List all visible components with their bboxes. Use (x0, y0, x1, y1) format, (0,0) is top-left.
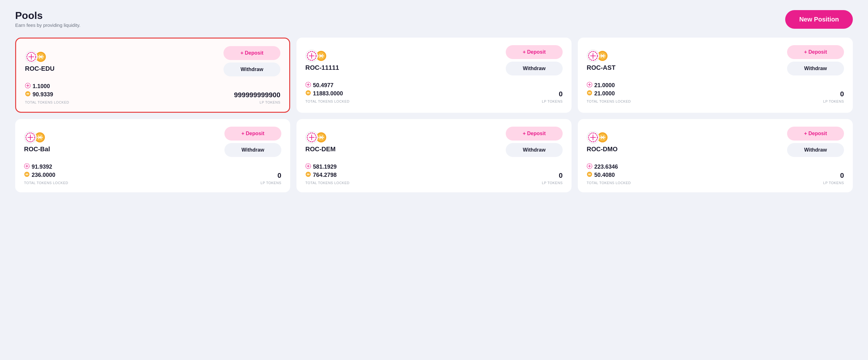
withdraw-button-roc-dem[interactable]: Withdraw (506, 143, 563, 157)
token2-value-roc-edu: 90.9339 (33, 91, 53, 98)
deposit-button-roc-dem[interactable]: + Deposit (506, 127, 563, 140)
lp-label-roc-ast: LP TOKENS (823, 99, 844, 103)
token2-value-roc-11111: 11883.0000 (313, 90, 343, 97)
lp-label-roc-bal: LP TOKENS (260, 181, 281, 185)
lp-value-roc-11111: 0 (542, 90, 563, 98)
stats-right-roc-dmo: 0 LP TOKENS (823, 171, 844, 185)
lp-label-roc-11111: LP TOKENS (542, 99, 563, 103)
card-top-roc-dmo: ROC-DMO + Deposit Withdraw (587, 127, 844, 157)
token1-value-roc-bal: 91.9392 (32, 164, 52, 170)
stats-left-roc-dem: 581.1929 764.2798 TOTAL TOKENS L (305, 163, 350, 185)
token2-value-roc-bal: 236.0000 (32, 172, 55, 178)
title-section: Pools Earn fees by providing liquidity. (15, 10, 81, 28)
pool-card-roc-dmo: ROC-DMO + Deposit Withdraw 223.634 (578, 119, 853, 192)
gold-stat-icon-roc-dem (305, 171, 311, 178)
roc-icon-roc-dmo (587, 131, 599, 144)
roc-stat-icon-roc-dem (305, 163, 311, 170)
stats-right-roc-11111: 0 LP TOKENS (542, 90, 563, 103)
token1-value-roc-11111: 50.4977 (313, 82, 334, 89)
token-icons-roc-dem (305, 131, 336, 144)
token-name-roc-dem: ROC-DEM (305, 145, 336, 153)
card-actions-roc-bal: + Deposit Withdraw (224, 127, 281, 157)
token-icons-roc-11111 (305, 50, 339, 62)
stats-right-roc-ast: 0 LP TOKENS (823, 90, 844, 103)
token1-value-roc-dem: 581.1929 (313, 164, 337, 170)
token-info-roc-ast: ROC-AST (587, 50, 615, 71)
stats-left-roc-dmo: 223.6346 50.4080 TOTAL TOKENS LO (587, 163, 631, 185)
gold-stat-icon-roc-edu (25, 91, 31, 98)
card-actions-roc-ast: + Deposit Withdraw (787, 45, 844, 75)
pool-card-roc-bal: ROC-Bal + Deposit Withdraw 91.9392 (15, 119, 290, 192)
withdraw-button-roc-ast[interactable]: Withdraw (787, 62, 844, 75)
card-stats-roc-dem: 581.1929 764.2798 TOTAL TOKENS L (305, 163, 563, 185)
token2-stat-roc-dmo: 50.4080 (587, 171, 631, 178)
lp-value-roc-bal: 0 (260, 171, 281, 180)
roc-stat-icon-roc-dmo (587, 163, 592, 170)
withdraw-button-roc-dmo[interactable]: Withdraw (787, 143, 844, 157)
card-top-roc-11111: ROC-11111 + Deposit Withdraw (305, 45, 563, 75)
gold-stat-icon-roc-11111 (305, 90, 311, 97)
roc-icon-roc-dem (305, 131, 318, 144)
deposit-button-roc-ast[interactable]: + Deposit (787, 45, 844, 59)
pool-card-roc-dem: ROC-DEM + Deposit Withdraw 581.192 (297, 119, 571, 192)
deposit-button-roc-bal[interactable]: + Deposit (224, 127, 281, 140)
deposit-button-roc-11111[interactable]: + Deposit (506, 45, 563, 59)
token1-stat-roc-ast: 21.0000 (587, 82, 631, 89)
roc-stat-icon-roc-bal (24, 163, 30, 170)
pools-grid: ROC-EDU + Deposit Withdraw 1.1000 (15, 38, 853, 192)
lp-value-roc-edu: 999999999900 (234, 91, 280, 99)
token-icons-roc-dmo (587, 131, 618, 144)
lp-value-roc-ast: 0 (823, 90, 844, 98)
token-info-roc-bal: ROC-Bal (24, 131, 50, 153)
token-icons-roc-bal (24, 131, 50, 144)
token2-stat-roc-dem: 764.2798 (305, 171, 350, 178)
token2-stat-roc-11111: 11883.0000 (305, 90, 350, 97)
token1-stat-roc-dem: 581.1929 (305, 163, 350, 170)
withdraw-button-roc-bal[interactable]: Withdraw (224, 143, 281, 157)
lp-label-roc-dem: LP TOKENS (542, 181, 563, 185)
roc-stat-icon-roc-ast (587, 82, 592, 89)
token-name-roc-dmo: ROC-DMO (587, 145, 618, 153)
total-tokens-label-roc-ast: TOTAL TOKENS LOCKED (587, 99, 631, 103)
card-actions-roc-dmo: + Deposit Withdraw (787, 127, 844, 157)
stats-right-roc-dem: 0 LP TOKENS (542, 171, 563, 185)
token-info-roc-11111: ROC-11111 (305, 50, 339, 71)
token-name-roc-bal: ROC-Bal (24, 145, 50, 153)
card-stats-roc-bal: 91.9392 236.0000 TOTAL TOKENS LO (24, 163, 281, 185)
card-actions-roc-11111: + Deposit Withdraw (506, 45, 563, 75)
stats-left-roc-ast: 21.0000 21.0000 TOTAL TOKENS LOC (587, 82, 631, 103)
pool-card-roc-ast: ROC-AST + Deposit Withdraw 21.0000 (578, 38, 853, 113)
card-stats-roc-ast: 21.0000 21.0000 TOTAL TOKENS LOC (587, 82, 844, 103)
roc-icon-roc-11111 (305, 50, 318, 62)
stats-left-roc-bal: 91.9392 236.0000 TOTAL TOKENS LO (24, 163, 68, 185)
token-name-roc-11111: ROC-11111 (305, 64, 339, 71)
deposit-button-roc-dmo[interactable]: + Deposit (787, 127, 844, 140)
withdraw-button-roc-edu[interactable]: Withdraw (223, 63, 280, 76)
token-info-roc-dem: ROC-DEM (305, 131, 336, 153)
stats-left-roc-edu: 1.1000 90.9339 TOTAL TOKENS LOCK (25, 83, 69, 104)
gold-stat-icon-roc-bal (24, 171, 30, 178)
roc-stat-icon-roc-11111 (305, 82, 311, 89)
stats-left-roc-11111: 50.4977 11883.0000 TOTAL TOKENS (305, 82, 350, 103)
roc-icon-roc-edu (25, 51, 38, 63)
token1-stat-roc-11111: 50.4977 (305, 82, 350, 89)
card-stats-roc-11111: 50.4977 11883.0000 TOTAL TOKENS (305, 82, 563, 103)
total-tokens-label-roc-dem: TOTAL TOKENS LOCKED (305, 181, 350, 185)
lp-value-roc-dmo: 0 (823, 171, 844, 180)
lp-label-roc-dmo: LP TOKENS (823, 181, 844, 185)
token1-value-roc-dmo: 223.6346 (594, 164, 618, 170)
card-top-roc-bal: ROC-Bal + Deposit Withdraw (24, 127, 281, 157)
token-icons-roc-ast (587, 50, 615, 62)
token1-stat-roc-bal: 91.9392 (24, 163, 68, 170)
token-name-roc-ast: ROC-AST (587, 64, 615, 71)
withdraw-button-roc-11111[interactable]: Withdraw (506, 62, 563, 75)
new-position-button[interactable]: New Position (785, 10, 853, 29)
token-info-roc-edu: ROC-EDU (25, 51, 54, 72)
lp-label-roc-edu: LP TOKENS (234, 100, 280, 104)
card-top-roc-edu: ROC-EDU + Deposit Withdraw (25, 46, 280, 76)
token-name-roc-edu: ROC-EDU (25, 65, 54, 72)
token2-stat-roc-ast: 21.0000 (587, 90, 631, 97)
token1-stat-roc-edu: 1.1000 (25, 83, 69, 90)
roc-icon-roc-ast (587, 50, 599, 62)
deposit-button-roc-edu[interactable]: + Deposit (223, 46, 280, 60)
